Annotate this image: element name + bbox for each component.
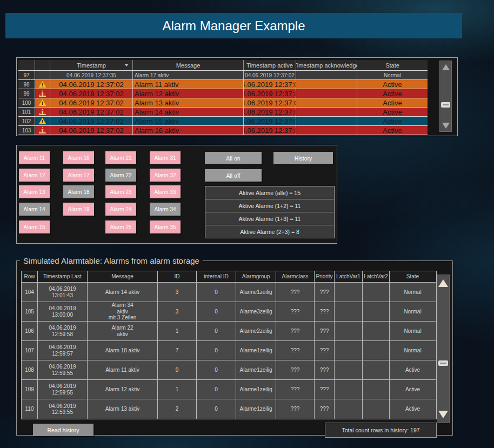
scroll-thumb[interactable] xyxy=(441,102,450,108)
history-row[interactable]: 10404.06.2019 13:01:43Alarm 14 aktiv30Al… xyxy=(22,283,436,302)
alarm-toggle-button[interactable]: Alarm 14 xyxy=(19,203,50,216)
timestamp-cell: 04.06.2019 12:37:02 xyxy=(50,126,133,135)
scroll-track[interactable] xyxy=(437,291,449,406)
alarm-toggle-button[interactable]: Alarm 12 xyxy=(19,169,50,182)
column-header-timestamp[interactable]: Timestamp xyxy=(50,60,133,70)
column-header-latchvar1: LatchVar1 xyxy=(335,271,363,283)
scroll-up-icon[interactable] xyxy=(440,61,451,73)
state-cell: Normal xyxy=(390,302,436,322)
latchvar1-cell xyxy=(335,360,363,380)
alarm-toggle-button[interactable]: Alarm 33 xyxy=(150,185,181,198)
sort-dropdown-icon[interactable] xyxy=(124,64,129,66)
internal-id-cell: 0 xyxy=(197,322,236,341)
alarm-toggle-button[interactable]: Alarm 35 xyxy=(150,220,181,233)
scroll-thumb[interactable] xyxy=(438,360,448,366)
state-cell: Active xyxy=(357,126,428,135)
alarm-toggle-button[interactable]: Alarm 21 xyxy=(105,151,136,164)
column-header-message: Message xyxy=(133,60,244,70)
alarm-toggle-button[interactable]: Alarm 31 xyxy=(150,151,181,164)
scroll-down-icon[interactable] xyxy=(440,119,451,131)
latchvar1-cell xyxy=(335,302,363,322)
alarmgroup-cell: Alarme1zeilig xyxy=(236,341,276,360)
alarm-toggle-button[interactable]: Alarm 15 xyxy=(19,220,50,233)
row-number-cell: 99 xyxy=(18,89,35,98)
all-on-button[interactable]: All on xyxy=(205,152,262,164)
history-row[interactable]: 10904.06.2019 12:59:55Alarm 12 aktiv10Al… xyxy=(22,380,436,399)
alarm-toggle-button[interactable]: Alarm 22 xyxy=(105,169,136,182)
latchvar1-cell xyxy=(335,322,363,341)
history-row[interactable]: 10804.06.2019 12:59:55Alarm 11 aktiv00Al… xyxy=(22,360,436,380)
alarm-toggle-button[interactable]: Alarm 13 xyxy=(19,185,50,198)
row-number-cell: 100 xyxy=(18,98,35,107)
alarm-row[interactable]: 102!04.06.2019 12:37:02Alarm 15 aktiv04.… xyxy=(18,117,428,126)
latchvar2-cell xyxy=(363,302,390,322)
alarm-toggle-button[interactable]: Alarm 11 xyxy=(19,151,50,164)
row-number-cell: 110 xyxy=(22,399,38,419)
alarm-row[interactable]: 98!04.06.2019 12:37:02Alarm 11 aktiv04.0… xyxy=(18,80,428,89)
alarm-toggle-button[interactable]: Alarm 25 xyxy=(105,220,136,233)
message-cell: Alarm 11 aktiv xyxy=(88,360,158,380)
state-cell: Active xyxy=(357,98,428,107)
row-number-cell: 107 xyxy=(22,341,38,360)
warning-icon-red: ! xyxy=(39,127,46,133)
row-number-cell: 106 xyxy=(22,322,38,341)
timestamp-acknowledge-cell xyxy=(296,117,357,125)
alarm-icon-cell: ! xyxy=(35,108,50,116)
row-number-cell: 105 xyxy=(22,302,38,322)
history-row[interactable]: 10504.06.2019 13:00:00Alarm 34 aktiv mit… xyxy=(22,302,436,322)
alarm-toggle-button[interactable]: Alarm 34 xyxy=(150,203,181,216)
message-cell: Alarm 15 aktiv xyxy=(133,117,244,125)
message-cell: Alarm 13 aktiv xyxy=(88,399,158,419)
read-history-button[interactable]: Read history xyxy=(33,424,94,436)
row-number-cell: 101 xyxy=(18,108,35,116)
state-cell: Active xyxy=(390,380,436,399)
scroll-down-icon[interactable] xyxy=(437,406,449,423)
alarmclass-cell: ??? xyxy=(276,341,315,360)
alarmgroup-cell: Alarme2zeilig xyxy=(236,322,276,341)
column-header-timestamp-last: Timestamp Last xyxy=(38,271,88,283)
timestamp-active-cell: 04.06.2019 12:37:02 xyxy=(244,89,296,98)
alarmgroup-cell: Alarme3zeilig xyxy=(236,302,276,322)
latchvar2-cell xyxy=(363,360,390,380)
alarm-icon-cell xyxy=(35,71,50,79)
history-row[interactable]: 10604.06.2019 12:59:58Alarm 22 aktiv10Al… xyxy=(22,322,436,341)
all-off-button[interactable]: All off xyxy=(205,169,262,182)
alarm-row[interactable]: 99!04.06.2019 12:37:02Alarm 12 aktiv04.0… xyxy=(18,89,428,98)
alarm-table-scrollbar[interactable] xyxy=(439,61,452,132)
internal-id-cell: 0 xyxy=(197,341,236,360)
message-cell: Alarm 13 aktiv xyxy=(133,98,244,107)
alarm-row[interactable]: 9704.06.2019 12:37:35Alarm 17 aktiv04.06… xyxy=(18,71,428,80)
state-cell: Active xyxy=(390,399,436,419)
message-cell: Alarm 14 aktiv xyxy=(133,108,244,116)
page-title: Alarm Manager Example xyxy=(5,13,462,38)
alarmclass-cell: ??? xyxy=(276,360,315,380)
alarm-row[interactable]: 100!04.06.2019 12:37:02Alarm 13 aktiv04.… xyxy=(18,98,428,108)
alarm-row[interactable]: 103!04.06.2019 12:37:02Alarm 16 aktiv04.… xyxy=(18,126,428,135)
alarm-toggle-button[interactable]: Alarm 17 xyxy=(63,169,94,182)
alarm-toggle-button[interactable]: Alarm 18 xyxy=(63,185,94,198)
timestamp-last-cell: 04.06.2019 12:59:55 xyxy=(38,380,88,399)
alarm-toggle-button[interactable]: Alarm 23 xyxy=(105,185,136,198)
column-header-timestamp-label: Timestamp xyxy=(77,62,106,69)
history-button[interactable]: History xyxy=(273,152,333,164)
alarm-toggle-button[interactable]: Alarm 19 xyxy=(63,203,94,216)
latchvar1-cell xyxy=(335,380,363,399)
timestamp-last-cell: 04.06.2019 12:59:58 xyxy=(38,322,88,341)
history-row[interactable]: 11004.06.2019 12:59:55Alarm 13 aktiv20Al… xyxy=(22,399,436,419)
timestamp-active-cell: 04.06.2019 12:37:02 xyxy=(244,98,296,107)
groupbox-legend: Simulated Alarmtable: Alarms from alarm … xyxy=(20,256,203,265)
alarm-toggle-button[interactable]: Alarm 24 xyxy=(105,203,136,216)
history-table-scrollbar[interactable] xyxy=(437,275,450,423)
timestamp-last-cell: 04.06.2019 12:59:55 xyxy=(38,399,88,419)
history-row[interactable]: 10704.06.2019 12:59:57Alarm 18 aktiv70Al… xyxy=(22,341,436,360)
alarm-toggle-button[interactable]: Alarm 16 xyxy=(63,151,94,164)
scroll-up-icon[interactable] xyxy=(437,275,449,291)
alarm-table-body: 9704.06.2019 12:37:35Alarm 17 aktiv04.06… xyxy=(18,71,428,135)
latchvar2-cell xyxy=(363,380,390,399)
alarm-storage-groupbox: Simulated Alarmtable: Alarms from alarm … xyxy=(16,256,453,436)
scroll-track[interactable] xyxy=(440,73,451,119)
alarm-row[interactable]: 101!04.06.2019 12:37:02Alarm 14 aktiv04.… xyxy=(18,108,428,117)
row-number-cell: 103 xyxy=(18,126,35,135)
alarm-toggle-button[interactable]: Alarm 32 xyxy=(150,169,181,182)
timestamp-acknowledge-cell xyxy=(296,126,357,135)
